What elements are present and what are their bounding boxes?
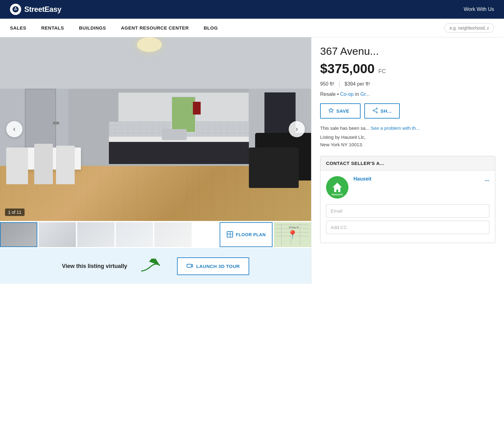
nav-rentals[interactable]: RENTALS <box>41 25 64 30</box>
logo-area[interactable]: StreetEasy <box>10 4 61 15</box>
launch-3d-tour-label: LAUNCH 3D TOUR <box>196 264 240 269</box>
property-address: 367 Avenu... <box>320 45 495 58</box>
thumbnail-5[interactable] <box>154 222 192 247</box>
svg-rect-9 <box>187 264 191 267</box>
arrow-container <box>140 259 165 274</box>
price-per-sqft-stat: $394 per ft² <box>345 81 370 87</box>
image-counter: 1 of 11 <box>5 209 25 216</box>
svg-line-13 <box>374 109 376 110</box>
stat-divider: | <box>338 81 340 88</box>
listing-co-op-link[interactable]: Co-op <box>340 91 354 97</box>
stats-row: 950 ft² | $394 per ft² <box>320 81 495 88</box>
save-button[interactable]: SAVE <box>320 103 361 119</box>
main-image: ‹ › 1 of 11 <box>0 37 311 221</box>
next-image-button[interactable]: › <box>289 121 305 137</box>
sale-notice: This sale has been sa... See a problem w… <box>320 125 495 132</box>
action-buttons: SAVE SH... <box>320 103 495 119</box>
streeteasy-logo-icon <box>10 4 21 15</box>
share-button[interactable]: SH... <box>364 103 400 119</box>
thumbnail-strip: FLOOR PLAN 📍 S Hwy M <box>0 221 311 248</box>
svg-rect-1 <box>14 9 17 9</box>
launch-3d-tour-button[interactable]: LAUNCH 3D TOUR <box>177 257 249 275</box>
share-button-label: SH... <box>380 108 392 114</box>
work-with-us-link[interactable]: Work With Us <box>464 7 494 12</box>
agent-phone-link[interactable]: ... <box>485 176 489 199</box>
hauseit-logo: Hauseit <box>326 176 348 199</box>
svg-rect-2 <box>14 10 17 10</box>
thumbnail-1[interactable] <box>0 222 37 247</box>
email-input[interactable] <box>326 204 489 218</box>
thumbnail-2[interactable] <box>39 222 76 247</box>
listing-resale: Resale <box>320 91 336 97</box>
contact-panel: CONTACT SELLER'S A... Hauseit Hauseit ..… <box>320 156 495 243</box>
star-icon <box>328 108 334 114</box>
top-header: StreetEasy Work With Us <box>0 0 504 19</box>
floor-plan-icon <box>226 231 233 239</box>
svg-point-10 <box>376 108 377 109</box>
in-text: in <box>355 91 360 97</box>
floor-plan-label: FLOOR PLAN <box>236 232 266 237</box>
listing-right: 367 Avenu... $375,000 FC 950 ft² | $394 … <box>311 37 504 284</box>
listing-price: $375,000 <box>320 61 375 76</box>
svg-point-11 <box>373 110 374 111</box>
map-thumbnail[interactable]: 📍 S Hwy M <box>274 222 311 247</box>
svg-rect-4 <box>227 232 233 237</box>
listing-left: ‹ › 1 of 11 <box>0 37 311 284</box>
nav-buildings[interactable]: BUILDINGS <box>79 25 106 30</box>
thumbnail-3[interactable] <box>77 222 114 247</box>
thumbnail-4[interactable] <box>116 222 153 247</box>
logo-text: StreetEasy <box>24 5 61 14</box>
contact-info: Hauseit <box>353 176 480 199</box>
prev-image-button[interactable]: ‹ <box>6 121 22 137</box>
svg-line-14 <box>374 111 376 112</box>
nav-blog[interactable]: BLOG <box>204 25 218 30</box>
nav-search-input[interactable] <box>444 23 494 33</box>
svg-rect-5 <box>227 234 230 237</box>
price-row: $375,000 FC <box>320 61 495 76</box>
property-photo <box>0 37 311 221</box>
price-note: FC <box>378 68 386 75</box>
listing-by-text: Listing by Hauseit Llc,New York NY 10013… <box>320 134 495 148</box>
svg-point-12 <box>376 112 377 113</box>
nav-agent-resource[interactable]: AGENT RESOURCE CENTER <box>121 25 189 30</box>
virtual-tour-text: View this listing virtually <box>62 263 127 270</box>
main-content: ‹ › 1 of 11 <box>0 37 504 284</box>
map-pin-icon: 📍 <box>287 230 298 240</box>
agent-name-link[interactable]: Hauseit <box>353 176 480 182</box>
sqft-stat: 950 ft² <box>320 81 334 87</box>
virtual-tour-banner: View this listing virtually <box>0 248 311 284</box>
contact-body: Hauseit Hauseit ... <box>320 171 495 204</box>
share-icon <box>372 108 378 114</box>
problem-link[interactable]: See a problem with th... <box>371 125 420 131</box>
nav-sales[interactable]: SALES <box>10 25 26 30</box>
main-nav: SALES RENTALS BUILDINGS AGENT RESOURCE C… <box>0 19 504 37</box>
bullet-separator: • <box>337 91 340 97</box>
3d-tour-icon <box>186 262 193 270</box>
green-arrow-icon <box>140 259 165 274</box>
contact-fields <box>320 204 495 243</box>
svg-point-3 <box>15 7 16 8</box>
save-button-label: SAVE <box>336 108 349 114</box>
contact-header: CONTACT SELLER'S A... <box>320 156 495 171</box>
add-cc-input[interactable] <box>326 221 489 234</box>
listing-type-row: Resale • Co-op in Gr... <box>320 91 495 97</box>
listing-neighborhood-link[interactable]: Gr... <box>360 91 370 97</box>
floor-plan-button[interactable]: FLOOR PLAN <box>220 222 273 247</box>
